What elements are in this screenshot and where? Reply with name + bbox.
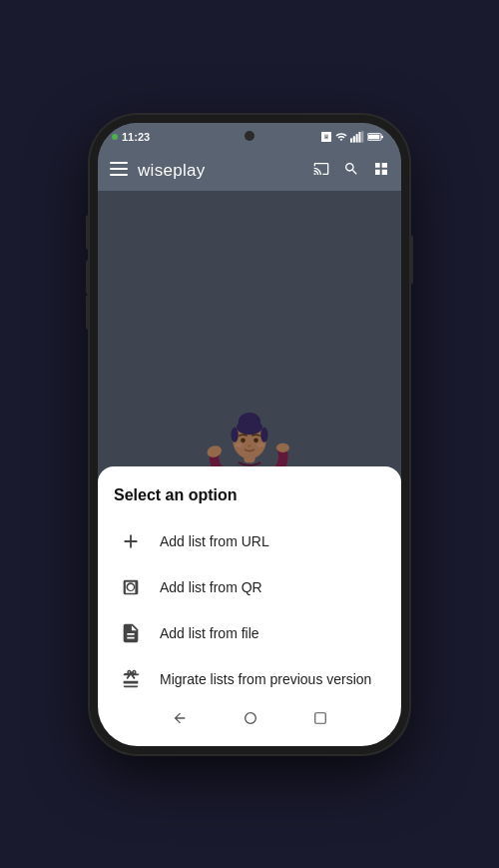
status-time-area: 11:23 bbox=[112, 131, 150, 143]
phone-screen: 11:23 bbox=[98, 123, 401, 746]
status-icons-area bbox=[320, 131, 383, 143]
add-list-file-label: Add list from file bbox=[160, 625, 259, 641]
svg-rect-2 bbox=[356, 134, 358, 142]
search-button[interactable] bbox=[343, 161, 359, 180]
nfc-icon bbox=[320, 131, 332, 143]
battery-icon bbox=[367, 132, 383, 142]
grid-button[interactable] bbox=[373, 161, 389, 180]
nav-recents-button[interactable] bbox=[301, 707, 339, 732]
status-dot bbox=[112, 134, 118, 140]
svg-point-30 bbox=[246, 713, 256, 724]
app-title: wiseplay bbox=[138, 161, 303, 181]
nav-home-button[interactable] bbox=[231, 706, 270, 733]
svg-rect-1 bbox=[353, 136, 355, 142]
svg-rect-7 bbox=[368, 134, 379, 139]
nav-bar bbox=[114, 702, 385, 738]
svg-rect-6 bbox=[381, 135, 383, 138]
main-content: There are no available lists Select an o… bbox=[98, 191, 401, 746]
svg-rect-0 bbox=[350, 138, 352, 142]
signal-icon bbox=[350, 131, 364, 143]
top-action-icons bbox=[313, 161, 389, 180]
add-list-file-item[interactable]: Add list from file bbox=[114, 610, 385, 656]
migrate-icon bbox=[118, 666, 144, 692]
svg-rect-31 bbox=[315, 713, 326, 724]
migrate-lists-item[interactable]: Migrate lists from previous version bbox=[114, 656, 385, 702]
sheet-title: Select an option bbox=[114, 486, 385, 504]
plus-icon bbox=[118, 528, 144, 554]
svg-rect-4 bbox=[361, 131, 363, 142]
svg-rect-8 bbox=[110, 162, 128, 164]
top-bar: wiseplay bbox=[98, 151, 401, 191]
menu-button[interactable] bbox=[110, 162, 128, 180]
wifi-icon bbox=[335, 131, 347, 143]
camera-icon bbox=[118, 574, 144, 600]
add-list-qr-item[interactable]: Add list from QR bbox=[114, 564, 385, 610]
migrate-lists-label: Migrate lists from previous version bbox=[160, 671, 371, 687]
time-display: 11:23 bbox=[122, 131, 150, 143]
svg-rect-9 bbox=[110, 168, 128, 170]
phone-frame: 11:23 bbox=[90, 115, 409, 754]
cast-button[interactable] bbox=[313, 161, 329, 180]
add-list-url-item[interactable]: Add list from URL bbox=[114, 518, 385, 564]
add-list-url-label: Add list from URL bbox=[160, 533, 269, 549]
add-list-qr-label: Add list from QR bbox=[160, 579, 262, 595]
camera-notch bbox=[245, 131, 254, 141]
nav-back-button[interactable] bbox=[160, 706, 200, 733]
svg-rect-3 bbox=[358, 132, 360, 143]
svg-rect-10 bbox=[110, 174, 128, 176]
file-icon bbox=[118, 620, 144, 646]
bottom-sheet: Select an option Add list from URL bbox=[98, 466, 401, 746]
